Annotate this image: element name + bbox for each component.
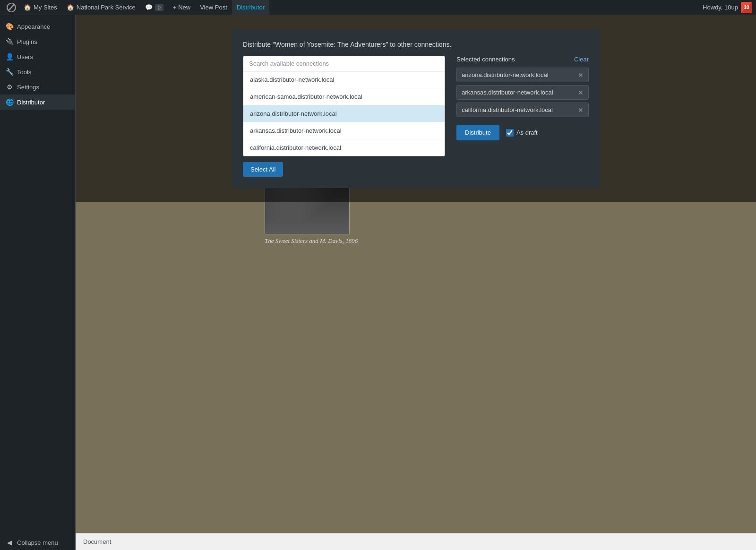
sidebar-item-settings[interactable]: ⚙ Settings: [0, 79, 75, 95]
selected-connections-label: Selected connections: [456, 56, 515, 63]
sidebar: 🎨 Appearance 🔌 Plugins 👤 Users 🔧 Tools ⚙…: [0, 15, 76, 550]
connection-arizona[interactable]: arizona.distributor-network.local: [243, 105, 445, 122]
collapse-label: Collapse menu: [17, 539, 58, 546]
new-content-menu[interactable]: + New: [168, 0, 195, 15]
sidebar-item-users[interactable]: 👤 Users: [0, 49, 75, 64]
plugins-label: Plugins: [17, 38, 37, 45]
content-area: Distribute "Women of Yosemite: The Adven…: [76, 15, 756, 550]
selected-tag-arkansas: arkansas.distributor-network.local ✕: [456, 85, 589, 100]
collapse-icon: ◀: [6, 539, 13, 546]
as-draft-label[interactable]: As draft: [506, 129, 538, 137]
remove-arizona-button[interactable]: ✕: [578, 72, 584, 78]
new-content-label: + New: [173, 4, 190, 11]
remove-california-button[interactable]: ✕: [578, 107, 584, 113]
svg-rect-7: [286, 206, 296, 227]
view-post-label: View Post: [200, 4, 227, 11]
collapse-menu-button[interactable]: ◀ Collapse menu: [0, 535, 75, 550]
sidebar-item-distributor[interactable]: 🌐 Distributor: [0, 95, 75, 110]
distributor-overlay: Distribute "Women of Yosemite: The Adven…: [76, 15, 756, 202]
selected-tag-california: california.distributor-network.local ✕: [456, 103, 589, 117]
distributor-right: Selected connections Clear arizona.distr…: [456, 56, 589, 177]
connection-arkansas[interactable]: arkansas.distributor-network.local: [243, 122, 445, 139]
sidebar-item-plugins[interactable]: 🔌 Plugins: [0, 34, 75, 49]
site-name-menu[interactable]: 🏠 National Park Service: [62, 0, 140, 15]
distributor-sidebar-label: Distributor: [17, 99, 45, 106]
my-sites-menu[interactable]: 🏠 My Sites: [19, 0, 62, 15]
post-image-caption: The Sweet Sisters and M. Davis, 1896: [265, 237, 567, 245]
appearance-icon: 🎨: [6, 23, 13, 30]
selected-tag-arkansas-label: arkansas.distributor-network.local: [462, 89, 553, 96]
comment-count: 0: [155, 4, 163, 11]
my-sites-label: My Sites: [34, 4, 57, 11]
selected-tag-arizona-label: arizona.distributor-network.local: [462, 71, 549, 78]
appearance-label: Appearance: [17, 23, 50, 30]
connection-alaska[interactable]: alaska.distributor-network.local: [243, 71, 445, 88]
sidebar-item-tools[interactable]: 🔧 Tools: [0, 64, 75, 79]
users-icon: 👤: [6, 53, 13, 60]
selected-header: Selected connections Clear: [456, 56, 589, 63]
clear-button[interactable]: Clear: [574, 56, 589, 63]
distributor-icon: 🌐: [6, 98, 13, 106]
howdy-text: Howdy, 10up: [703, 4, 738, 11]
as-draft-text: As draft: [516, 129, 538, 136]
select-all-button[interactable]: Select All: [243, 162, 283, 177]
remove-arkansas-button[interactable]: ✕: [578, 89, 584, 96]
as-draft-checkbox[interactable]: [506, 129, 514, 137]
tools-icon: 🔧: [6, 68, 13, 76]
comments-menu[interactable]: 💬 0: [140, 0, 168, 15]
document-bar: Document: [76, 533, 756, 550]
distributor-left: alaska.distributor-network.local america…: [243, 56, 445, 177]
selected-tag-arizona: arizona.distributor-network.local ✕: [456, 68, 589, 82]
sidebar-item-appearance[interactable]: 🎨 Appearance: [0, 19, 75, 34]
main-layout: 🎨 Appearance 🔌 Plugins 👤 Users 🔧 Tools ⚙…: [0, 15, 756, 550]
selected-tag-california-label: california.distributor-network.local: [462, 106, 553, 113]
distributor-label: Distributor: [237, 4, 265, 11]
settings-label: Settings: [17, 84, 39, 91]
connection-california[interactable]: california.distributor-network.local: [243, 139, 445, 156]
connections-list: alaska.distributor-network.local america…: [243, 71, 445, 156]
tools-label: Tools: [17, 69, 31, 76]
distribute-button[interactable]: Distribute: [456, 125, 499, 140]
distribute-actions: Distribute As draft: [456, 125, 589, 140]
document-label: Document: [83, 538, 111, 545]
svg-rect-11: [321, 206, 330, 228]
sidebar-bottom: ◀ Collapse menu: [0, 535, 75, 550]
wordpress-logo[interactable]: [4, 0, 19, 15]
svg-rect-9: [303, 204, 313, 227]
home-icon: 🏠: [24, 4, 31, 11]
users-label: Users: [17, 53, 33, 60]
site-name-label: National Park Service: [77, 4, 136, 11]
distributor-panel: Distribute "Women of Yosemite: The Adven…: [232, 29, 600, 188]
connection-american-samoa[interactable]: american-samoa.distributor-network.local: [243, 88, 445, 105]
plugins-icon: 🔌: [6, 38, 13, 45]
comment-icon: 💬: [145, 4, 153, 11]
user-avatar: 10: [741, 2, 752, 13]
admin-bar: 🏠 My Sites 🏠 National Park Service 💬 0 +…: [0, 0, 756, 15]
adminbar-right: Howdy, 10up 10: [703, 2, 752, 13]
distributor-columns: alaska.distributor-network.local america…: [243, 56, 589, 177]
connections-search-input[interactable]: [243, 56, 445, 71]
settings-icon: ⚙: [6, 83, 13, 91]
view-post-link[interactable]: View Post: [195, 0, 232, 15]
distributor-menu[interactable]: Distributor: [232, 0, 269, 15]
site-home-icon: 🏠: [67, 4, 74, 11]
howdy-menu[interactable]: Howdy, 10up 10: [703, 2, 752, 13]
distributor-title: Distribute "Women of Yosemite: The Adven…: [243, 41, 589, 48]
